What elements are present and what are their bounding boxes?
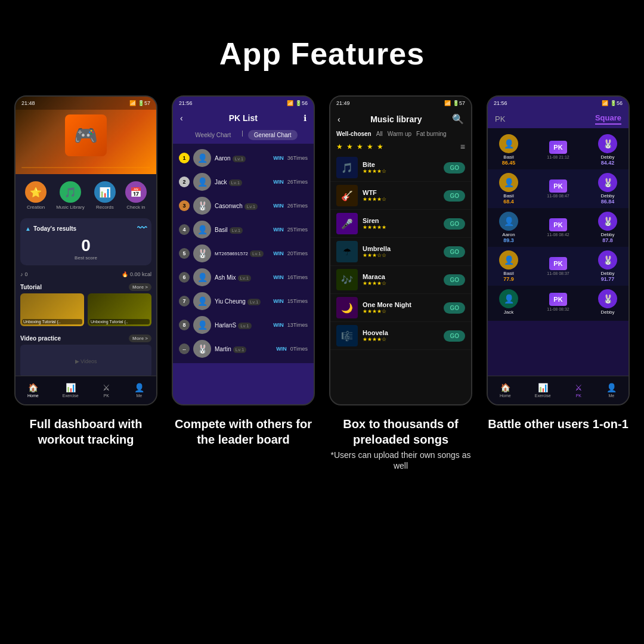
player1-jack: 👤 Jack [494, 289, 524, 315]
avatar-martin: 🐰 [193, 340, 211, 358]
bottom-exercise[interactable]: 📊 Exercise [63, 383, 79, 398]
screen-music-library: 21:49 📶 🔋57 ‹ Music library 🔍 Well-chose… [329, 95, 472, 405]
tab-square[interactable]: Square [595, 113, 621, 125]
pk-logo-5: PK [549, 293, 567, 306]
status-bar-4: 21:56 📶 🔋56 [488, 97, 628, 110]
player1-aaron: 👤 Aaron 89.3 [494, 212, 524, 243]
avatar-aaron-pk: 👤 [499, 212, 518, 231]
filter-warmup[interactable]: Warm up [388, 131, 411, 137]
song-row-maraca[interactable]: 🎶 Maraca ★★★★☆ GO [330, 266, 471, 294]
song-info-wtf: WTF ★★★★☆ [363, 189, 439, 202]
player-row-2[interactable]: 2 👤 JackLv.1 WIN 26Times [173, 170, 314, 194]
bottom-nav-1: 🏠 Home 📊 Exercise ⚔ PK 👤 Me [16, 376, 156, 404]
nav-creation[interactable]: ⭐ Creation [25, 181, 47, 210]
rank-4: 4 [179, 224, 190, 235]
player-row-8[interactable]: 8 👤 HarlanSLv.1 WIN 13Times [173, 313, 314, 337]
nav-records[interactable]: 📊 Records [94, 181, 116, 210]
song-row-bite[interactable]: 🎵 Bite ★★★★☆ GO [330, 154, 471, 182]
rank-2: 2 [179, 177, 190, 187]
tab-general[interactable]: General Chart [248, 130, 298, 140]
player1-basil-3: 👤 Basil 77.9 [494, 250, 524, 282]
tutorial-row: Unboxing Tutorial (.. Unboxing Tutorial … [16, 293, 156, 331]
time-2: 21:56 [179, 100, 193, 106]
avatar-casonwch: 🐰 [193, 197, 211, 215]
battle-row-3[interactable]: 👤 Aaron 89.3 PK 11-08 08:42 🐰 Debby 87.8 [488, 208, 628, 247]
go-btn-maraca[interactable]: GO [444, 274, 465, 286]
star-1[interactable]: ★ [336, 143, 343, 151]
circuit-line [21, 167, 150, 168]
song-thumb-wtf: 🎸 [336, 185, 358, 206]
info-icon[interactable]: ℹ [304, 113, 306, 123]
battle-row-2[interactable]: 👤 Basil 68.4 PK 11-08 08:47 🐰 Debby 86.8… [488, 169, 628, 208]
song-info-maraca: Maraca ★★★★☆ [363, 273, 439, 286]
star-4[interactable]: ★ [367, 143, 373, 151]
battle-row-1[interactable]: 👤 Basil 86.45 PK 11-08 21:12 🐰 Debby 84.… [488, 131, 628, 169]
tab-weekly[interactable]: Weekly Chart [189, 130, 237, 140]
battle-row-5[interactable]: 👤 Jack PK 11-08 08:32 🐰 Debby [488, 286, 628, 318]
bottom-pk-4[interactable]: ⚔ PK [575, 383, 583, 398]
star-2[interactable]: ★ [346, 143, 353, 151]
song-info-bite: Bite ★★★★☆ [363, 161, 439, 174]
go-btn-wtf[interactable]: GO [444, 190, 465, 202]
player-row-9[interactable]: -- 🐰 MartinLv.1 WIN 0Times [173, 337, 314, 361]
pk-logo-4: PK [549, 257, 567, 270]
go-btn-hoovela[interactable]: GO [444, 330, 465, 342]
filter-all[interactable]: All [376, 131, 383, 137]
bottom-home[interactable]: 🏠 Home [27, 383, 39, 398]
bottom-me[interactable]: 👤 Me [134, 383, 144, 398]
go-btn-one-more-night[interactable]: GO [444, 302, 465, 314]
video-placeholder: ▶ Videos [20, 345, 151, 377]
go-btn-bite[interactable]: GO [444, 162, 465, 174]
song-info-hoovela: Hoovela ★★★★☆ [363, 329, 439, 342]
filter-fatburn[interactable]: Fat burning [416, 131, 447, 137]
filter-well-chosen[interactable]: Well-chosen [336, 131, 371, 137]
battle-list: 👤 Basil 86.45 PK 11-08 21:12 🐰 Debby 84.… [488, 128, 628, 321]
tab-pk[interactable]: PK [495, 114, 505, 123]
status-bar-1: 21:48 📶 🔋57 [16, 97, 156, 110]
star-3[interactable]: ★ [357, 143, 363, 151]
player2-debby-5: 🐰 Debby [593, 289, 623, 315]
song-row-hoovela[interactable]: 🎼 Hoovela ★★★★☆ GO [330, 322, 471, 350]
rank-dash: -- [179, 343, 190, 354]
time-4: 21:56 [494, 100, 507, 106]
rank-8: 8 [179, 320, 190, 330]
bottom-pk[interactable]: ⚔ PK [103, 383, 110, 398]
hero-image: 21:48 📶 🔋57 🎮 [16, 97, 156, 174]
bottom-home-4[interactable]: 🏠 Home [500, 383, 511, 398]
tutorial-thumb-1[interactable]: Unboxing Tutorial (.. [20, 293, 84, 326]
nav-checkin[interactable]: 📅 Check in [125, 181, 147, 210]
avatar-debby-4: 🐰 [598, 250, 617, 270]
back-icon-music[interactable]: ‹ [338, 114, 340, 124]
nav-music-library[interactable]: 🎵 Music Library [56, 181, 85, 210]
song-row-siren[interactable]: 🎤 Siren ★★★★★ GO [330, 210, 471, 238]
player2-debby-3: 🐰 Debby 87.8 [593, 212, 623, 243]
star-5[interactable]: ★ [377, 143, 383, 151]
search-icon-music[interactable]: 🔍 [452, 113, 464, 125]
sort-icon[interactable]: ≡ [460, 142, 465, 151]
avatar-ashmix: 👤 [193, 268, 211, 286]
status-bar-3: 21:49 📶 🔋57 [330, 97, 471, 110]
player-row-7[interactable]: 7 👤 Yiu CheungLv.1 WIN 15Times [173, 289, 314, 313]
vs-area-5: PK 11-08 08:32 [526, 293, 590, 311]
avatar-mt: 🐰 [193, 244, 211, 262]
player-row-5[interactable]: 5 🐰 MT2658691572Lv.1 WIN 20Times [173, 242, 314, 265]
song-info-umbrella: Umbrella ★★★☆☆ [363, 245, 439, 258]
filter-row: Well-chosen All Warm up Fat burning [330, 128, 471, 140]
bottom-me-4[interactable]: 👤 Me [606, 383, 617, 398]
player-row-6[interactable]: 6 👤 Ash MixLv.1 WIN 16Times [173, 265, 314, 289]
player-row-1[interactable]: 1 👤 AaronLv.1 WIN 36Times [173, 146, 314, 170]
go-btn-umbrella[interactable]: GO [444, 246, 465, 258]
battle-row-4[interactable]: 👤 Basil 77.9 PK 11-08 08:37 🐰 Debby 91.7… [488, 247, 628, 286]
go-btn-siren[interactable]: GO [444, 218, 465, 230]
song-thumb-bite: 🎵 [336, 157, 358, 178]
today-score: 0 [25, 236, 147, 255]
time-3: 21:49 [336, 100, 350, 106]
song-row-one-more-night[interactable]: 🌙 One More Night ★★★★☆ GO [330, 294, 471, 322]
song-row-umbrella[interactable]: ☂ Umbrella ★★★☆☆ GO [330, 238, 471, 266]
tutorial-thumb-2[interactable]: Unboxing Tutorial (.. [88, 293, 151, 326]
bottom-exercise-4[interactable]: 📊 Exercise [535, 383, 551, 398]
song-row-wtf[interactable]: 🎸 WTF ★★★★☆ GO [330, 182, 471, 210]
player-row-3[interactable]: 3 🐰 CasonwchLv.1 WIN 26Times [173, 194, 314, 218]
player-row-4[interactable]: 4 👤 BasilLv.1 WIN 25Times [173, 218, 314, 242]
back-icon[interactable]: ‹ [180, 113, 183, 123]
